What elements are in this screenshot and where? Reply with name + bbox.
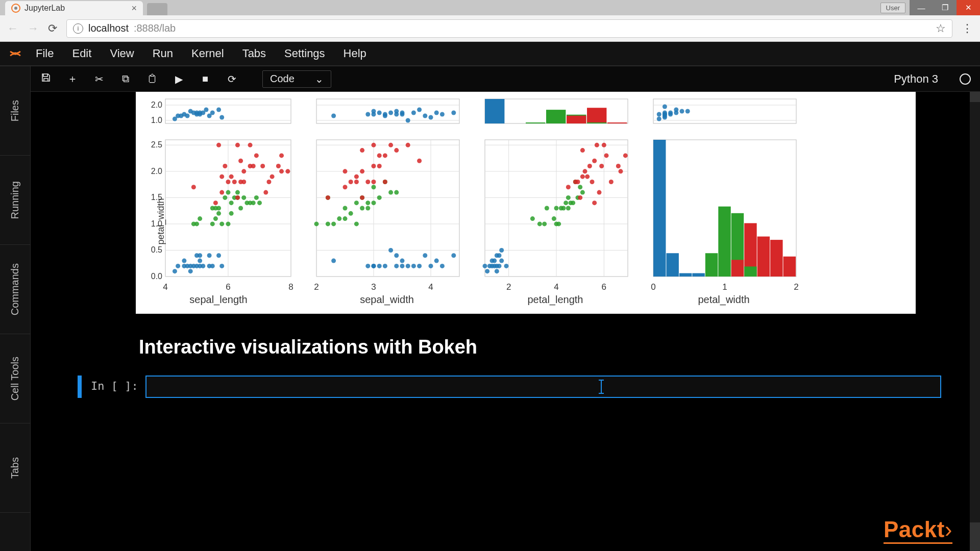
svg-text:2.0: 2.0 — [151, 101, 162, 109]
svg-point-267 — [556, 221, 561, 226]
svg-rect-54 — [607, 122, 627, 123]
svg-text:2: 2 — [794, 282, 798, 292]
maximize-button[interactable]: ❐ — [933, 0, 957, 15]
svg-text:2.0: 2.0 — [151, 167, 162, 176]
menu-view[interactable]: View — [101, 42, 143, 65]
svg-point-142 — [248, 143, 253, 147]
sidebar-tab-label: Files — [9, 100, 21, 121]
jupyterlab-main: FilesRunningCommandsCell ToolsTabs ＋ ✂ ⧉… — [0, 66, 980, 551]
svg-point-186 — [423, 253, 427, 258]
svg-point-262 — [542, 221, 547, 226]
svg-point-115 — [229, 211, 234, 216]
browser-menu-icon[interactable]: ⋮ — [962, 22, 973, 35]
code-cell-empty[interactable]: In [ ]: — [78, 375, 941, 398]
svg-point-282 — [578, 195, 582, 200]
menu-edit[interactable]: Edit — [63, 42, 101, 65]
svg-point-104 — [210, 221, 215, 226]
kernel-name[interactable]: Python 3 — [894, 72, 938, 86]
svg-point-288 — [590, 180, 595, 184]
menu-tabs[interactable]: Tabs — [233, 42, 275, 65]
svg-point-151 — [279, 169, 284, 173]
svg-rect-314 — [757, 237, 770, 277]
scroll-thumb[interactable] — [970, 522, 980, 551]
menu-run[interactable]: Run — [143, 42, 182, 65]
sidebar-tab-files[interactable]: Files — [0, 66, 30, 156]
url-host: localhost — [88, 22, 129, 34]
svg-point-223 — [372, 143, 376, 147]
user-badge[interactable]: User — [880, 3, 905, 13]
stop-icon[interactable]: ■ — [199, 73, 211, 85]
sidebar-tab-cell-tools[interactable]: Cell Tools — [0, 334, 30, 423]
address-bar[interactable]: i localhost:8888/lab ☆ — [66, 19, 952, 38]
site-info-icon[interactable]: i — [73, 23, 83, 34]
svg-point-68 — [663, 115, 667, 120]
svg-point-173 — [365, 264, 370, 268]
menu-file[interactable]: File — [27, 42, 63, 65]
run-icon[interactable]: ▶ — [173, 73, 185, 85]
menu-settings[interactable]: Settings — [275, 42, 334, 65]
code-input[interactable] — [145, 375, 941, 398]
svg-point-30 — [377, 111, 382, 115]
add-cell-icon[interactable]: ＋ — [66, 72, 79, 86]
minimize-button[interactable]: — — [910, 0, 933, 15]
svg-point-114 — [229, 201, 234, 205]
svg-point-283 — [580, 174, 585, 179]
window-controls: User — ❐ ✕ — [880, 0, 980, 15]
svg-point-216 — [354, 174, 359, 179]
scrollbar[interactable] — [970, 92, 980, 551]
svg-point-217 — [360, 195, 364, 200]
notebook-scroll[interactable]: 1.02.0 petal_width0.00.51.01.52.02.5468s… — [31, 92, 980, 551]
svg-point-100 — [219, 264, 224, 268]
chart-svg: 012 — [647, 137, 800, 293]
chart-svg: 234 — [310, 137, 463, 293]
copy-icon[interactable]: ⧉ — [119, 73, 132, 85]
svg-point-289 — [592, 201, 597, 205]
svg-point-201 — [360, 206, 364, 211]
cut-icon[interactable]: ✂ — [93, 73, 105, 85]
reload-icon[interactable]: ⟳ — [48, 22, 57, 35]
svg-point-45 — [451, 111, 456, 115]
svg-point-197 — [343, 206, 348, 211]
svg-point-147 — [266, 180, 271, 184]
svg-point-148 — [270, 174, 275, 179]
svg-point-215 — [354, 180, 359, 184]
sidebar-tab-tabs[interactable]: Tabs — [0, 423, 30, 513]
svg-point-85 — [182, 259, 186, 263]
scroll-up-icon[interactable] — [970, 92, 980, 102]
svg-point-221 — [372, 180, 376, 184]
svg-point-149 — [276, 164, 281, 168]
svg-point-210 — [394, 190, 399, 195]
svg-point-131 — [223, 164, 227, 168]
paste-icon[interactable]: 📋︎ — [146, 73, 158, 85]
svg-point-179 — [394, 264, 399, 268]
svg-point-251 — [492, 259, 497, 263]
menu-help[interactable]: Help — [334, 42, 376, 65]
cell-type-select[interactable]: Code ⌄ — [262, 70, 331, 88]
menu-kernel[interactable]: Kernel — [182, 42, 233, 65]
svg-rect-313 — [744, 266, 756, 277]
svg-point-294 — [602, 143, 606, 147]
kernel-status-icon[interactable] — [960, 73, 971, 85]
svg-rect-49 — [546, 110, 566, 123]
svg-point-286 — [585, 174, 590, 179]
svg-rect-308 — [705, 253, 718, 277]
close-tab-icon[interactable]: × — [131, 3, 137, 14]
restart-kernel-icon[interactable]: ⟳ — [226, 73, 238, 85]
new-tab-button[interactable] — [147, 3, 167, 15]
browser-tab-jupyterlab[interactable]: JupyterLab × — [5, 1, 143, 15]
svg-rect-305 — [666, 253, 678, 277]
svg-point-299 — [623, 153, 628, 158]
svg-point-224 — [377, 164, 382, 168]
sidebar-tab-running[interactable]: Running — [0, 156, 30, 245]
pairplot-cell-r1-c0: petal_width0.00.51.01.52.02.5468sepal_le… — [142, 137, 295, 306]
svg-point-253 — [495, 269, 499, 273]
close-window-button[interactable]: ✕ — [957, 0, 980, 15]
svg-point-200 — [354, 201, 359, 205]
cell-output-pairplot: 1.02.0 petal_width0.00.51.01.52.02.5468s… — [136, 92, 916, 314]
svg-point-257 — [499, 259, 504, 263]
svg-rect-304 — [653, 140, 666, 277]
bookmark-star-icon[interactable]: ☆ — [936, 22, 946, 35]
jupyter-logo-icon[interactable] — [4, 42, 27, 65]
sidebar-tab-commands[interactable]: Commands — [0, 245, 30, 334]
save-icon[interactable] — [40, 72, 52, 85]
